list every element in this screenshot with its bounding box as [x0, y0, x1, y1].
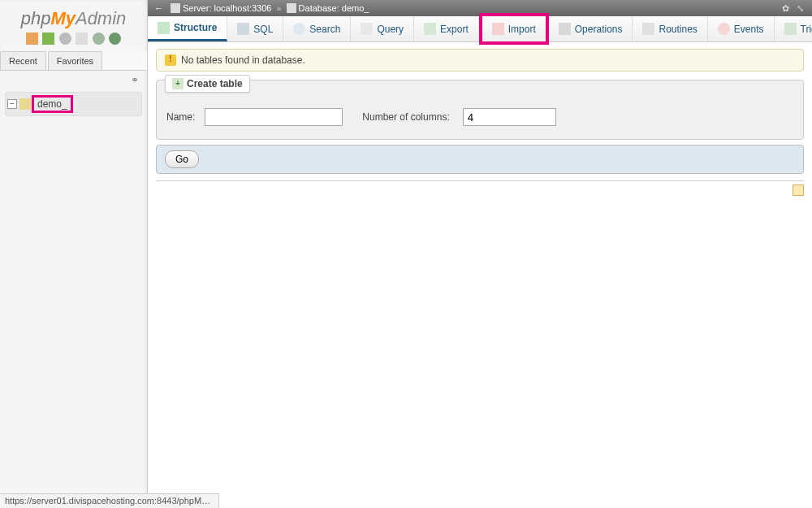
- tab-recent[interactable]: Recent: [0, 51, 46, 70]
- export-icon: [424, 23, 436, 35]
- tab-triggers[interactable]: Triggers: [775, 16, 812, 41]
- logo[interactable]: phpMyAdmin: [0, 0, 147, 31]
- db-value[interactable]: demo_: [342, 3, 369, 13]
- server-icon: [171, 3, 180, 13]
- exit-icon[interactable]: ⤡: [794, 2, 806, 14]
- triggers-icon: [784, 23, 797, 35]
- sql-icon: [237, 23, 249, 35]
- server-label: Server:: [183, 3, 211, 13]
- settings-icon[interactable]: [93, 33, 105, 45]
- bookmark-icon[interactable]: [793, 185, 804, 196]
- structure-icon: [158, 22, 170, 34]
- sidebar-tabs: Recent Favorites: [0, 51, 147, 71]
- tabbar: Structure SQL Search Query Export Import…: [148, 16, 812, 42]
- events-icon: [718, 23, 730, 35]
- gear-icon[interactable]: ✿: [780, 2, 791, 14]
- sidebar-toolbar: [0, 31, 147, 51]
- notice: No tables found in database.: [156, 49, 804, 72]
- database-icon: [19, 98, 31, 110]
- divider: [156, 180, 804, 181]
- go-bar: Go: [156, 145, 804, 174]
- tab-export[interactable]: Export: [414, 16, 479, 41]
- table-name-input[interactable]: [205, 108, 343, 126]
- tab-query[interactable]: Query: [351, 16, 414, 41]
- tab-structure[interactable]: Structure: [148, 16, 227, 41]
- name-label: Name:: [166, 111, 195, 123]
- tree-item-database[interactable]: − demo_: [5, 92, 142, 116]
- tab-events[interactable]: Events: [708, 16, 775, 41]
- status-bar: https://server01.divispacehosting.com:84…: [0, 493, 219, 508]
- create-table-legend: Create table: [165, 75, 250, 93]
- search-icon: [293, 23, 305, 35]
- operations-icon: [559, 23, 571, 35]
- tree-expand-icon[interactable]: −: [7, 99, 17, 109]
- db-label: Database:: [299, 3, 339, 13]
- tab-import[interactable]: Import: [479, 13, 549, 45]
- tab-favorites[interactable]: Favorites: [48, 51, 102, 70]
- cols-label: Number of columns:: [362, 111, 449, 123]
- docs-icon[interactable]: [76, 33, 88, 45]
- database-icon: [287, 3, 296, 13]
- sidebar: phpMyAdmin Recent Favorites − demo_: [0, 0, 148, 508]
- link-icon[interactable]: [127, 74, 139, 80]
- columns-input[interactable]: [463, 108, 556, 126]
- go-button[interactable]: Go: [165, 150, 199, 168]
- help-icon[interactable]: [59, 33, 71, 45]
- tab-sql[interactable]: SQL: [227, 16, 283, 41]
- breadcrumb-separator: »: [276, 3, 281, 13]
- notice-text: No tables found in database.: [181, 54, 305, 66]
- collapse-icon[interactable]: [154, 3, 166, 13]
- home-icon[interactable]: [26, 33, 38, 45]
- import-icon: [492, 23, 504, 35]
- create-table-icon: [172, 78, 184, 89]
- db-label: demo_: [37, 98, 67, 110]
- routines-icon: [642, 23, 654, 35]
- warning-icon: [165, 54, 176, 66]
- tab-routines[interactable]: Routines: [633, 16, 707, 41]
- tab-search[interactable]: Search: [283, 16, 351, 41]
- main: Server: localhost:3306 » Database: demo_…: [148, 0, 812, 508]
- query-icon: [361, 23, 373, 35]
- server-value[interactable]: localhost:3306: [214, 3, 272, 13]
- tab-operations[interactable]: Operations: [549, 16, 633, 41]
- create-table-fieldset: Create table Name: Number of columns:: [156, 80, 804, 140]
- reload-icon[interactable]: [109, 33, 121, 45]
- content: No tables found in database. Create tabl…: [148, 42, 812, 508]
- db-tree: − demo_: [0, 89, 147, 119]
- logout-icon[interactable]: [42, 33, 54, 45]
